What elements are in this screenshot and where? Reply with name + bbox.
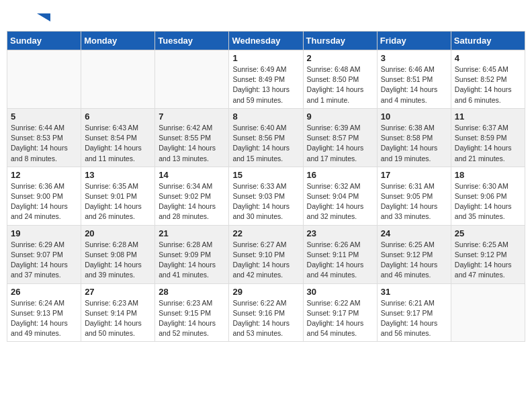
day-info: Sunrise: 6:23 AMSunset: 9:15 PMDaylight:… <box>159 298 225 339</box>
day-number: 13 <box>85 170 151 180</box>
calendar-cell: 13Sunrise: 6:35 AMSunset: 9:01 PMDayligh… <box>81 167 155 225</box>
day-number: 2 <box>307 53 373 63</box>
day-info: Sunrise: 6:29 AMSunset: 9:07 PMDaylight:… <box>11 240 77 281</box>
calendar-cell: 17Sunrise: 6:31 AMSunset: 9:05 PMDayligh… <box>377 167 451 225</box>
day-number: 15 <box>232 170 299 180</box>
day-info: Sunrise: 6:23 AMSunset: 9:14 PMDaylight:… <box>85 298 151 339</box>
page-header <box>7 7 525 27</box>
calendar-cell: 27Sunrise: 6:23 AMSunset: 9:14 PMDayligh… <box>81 283 155 342</box>
day-info: Sunrise: 6:46 AMSunset: 8:51 PMDaylight:… <box>381 64 447 105</box>
day-number: 3 <box>381 53 447 63</box>
calendar-cell <box>155 50 229 109</box>
day-number: 27 <box>85 287 151 297</box>
day-info: Sunrise: 6:24 AMSunset: 9:13 PMDaylight:… <box>11 298 77 339</box>
day-info: Sunrise: 6:44 AMSunset: 8:53 PMDaylight:… <box>11 123 77 164</box>
calendar-week-row: 19Sunrise: 6:29 AMSunset: 9:07 PMDayligh… <box>7 225 525 283</box>
day-info: Sunrise: 6:35 AMSunset: 9:01 PMDaylight:… <box>85 181 151 222</box>
day-number: 4 <box>455 53 521 63</box>
day-info: Sunrise: 6:26 AMSunset: 9:11 PMDaylight:… <box>307 240 373 281</box>
day-info: Sunrise: 6:22 AMSunset: 9:17 PMDaylight:… <box>307 298 373 339</box>
calendar-week-row: 26Sunrise: 6:24 AMSunset: 9:13 PMDayligh… <box>7 283 525 342</box>
day-info: Sunrise: 6:31 AMSunset: 9:05 PMDaylight:… <box>381 181 447 222</box>
calendar-day-header: Tuesday <box>155 32 229 50</box>
day-info: Sunrise: 6:42 AMSunset: 8:55 PMDaylight:… <box>159 123 225 164</box>
calendar-cell: 26Sunrise: 6:24 AMSunset: 9:13 PMDayligh… <box>7 283 81 342</box>
calendar-day-header: Wednesday <box>229 32 303 50</box>
day-number: 16 <box>307 170 373 180</box>
logo-icon <box>13 13 50 21</box>
day-number: 24 <box>381 228 447 238</box>
day-info: Sunrise: 6:25 AMSunset: 9:12 PMDaylight:… <box>455 240 521 281</box>
calendar-cell: 30Sunrise: 6:22 AMSunset: 9:17 PMDayligh… <box>303 283 377 342</box>
day-number: 9 <box>307 111 373 122</box>
day-number: 8 <box>232 111 299 122</box>
calendar-week-row: 1Sunrise: 6:49 AMSunset: 8:49 PMDaylight… <box>7 50 525 109</box>
day-number: 28 <box>159 287 225 297</box>
day-info: Sunrise: 6:32 AMSunset: 9:04 PMDaylight:… <box>307 181 373 222</box>
day-number: 25 <box>455 228 521 238</box>
calendar-cell: 1Sunrise: 6:49 AMSunset: 8:49 PMDaylight… <box>229 50 303 109</box>
calendar-cell: 21Sunrise: 6:28 AMSunset: 9:09 PMDayligh… <box>155 225 229 283</box>
calendar-cell: 24Sunrise: 6:25 AMSunset: 9:12 PMDayligh… <box>377 225 451 283</box>
day-number: 11 <box>455 111 521 122</box>
calendar-cell: 29Sunrise: 6:22 AMSunset: 9:16 PMDayligh… <box>229 283 303 342</box>
day-number: 26 <box>11 287 77 297</box>
day-info: Sunrise: 6:25 AMSunset: 9:12 PMDaylight:… <box>381 240 447 281</box>
calendar-cell: 22Sunrise: 6:27 AMSunset: 9:10 PMDayligh… <box>229 225 303 283</box>
calendar-cell: 11Sunrise: 6:37 AMSunset: 8:59 PMDayligh… <box>451 108 525 167</box>
day-info: Sunrise: 6:27 AMSunset: 9:10 PMDaylight:… <box>232 240 299 281</box>
logo <box>13 12 50 24</box>
day-info: Sunrise: 6:39 AMSunset: 8:57 PMDaylight:… <box>307 123 373 164</box>
calendar-cell: 18Sunrise: 6:30 AMSunset: 9:06 PMDayligh… <box>451 167 525 225</box>
calendar-cell: 8Sunrise: 6:40 AMSunset: 8:56 PMDaylight… <box>229 108 303 167</box>
day-number: 20 <box>85 228 151 238</box>
calendar-cell: 31Sunrise: 6:21 AMSunset: 9:17 PMDayligh… <box>377 283 451 342</box>
calendar-cell: 28Sunrise: 6:23 AMSunset: 9:15 PMDayligh… <box>155 283 229 342</box>
day-info: Sunrise: 6:37 AMSunset: 8:59 PMDaylight:… <box>455 123 521 164</box>
day-number: 5 <box>11 111 77 122</box>
day-info: Sunrise: 6:28 AMSunset: 9:08 PMDaylight:… <box>85 240 151 281</box>
day-number: 10 <box>381 111 447 122</box>
day-info: Sunrise: 6:38 AMSunset: 8:58 PMDaylight:… <box>381 123 447 164</box>
calendar-cell: 6Sunrise: 6:43 AMSunset: 8:54 PMDaylight… <box>81 108 155 167</box>
day-info: Sunrise: 6:43 AMSunset: 8:54 PMDaylight:… <box>85 123 151 164</box>
calendar-cell: 2Sunrise: 6:48 AMSunset: 8:50 PMDaylight… <box>303 50 377 109</box>
calendar-week-row: 12Sunrise: 6:36 AMSunset: 9:00 PMDayligh… <box>7 167 525 225</box>
day-info: Sunrise: 6:33 AMSunset: 9:03 PMDaylight:… <box>232 181 299 222</box>
calendar-cell: 25Sunrise: 6:25 AMSunset: 9:12 PMDayligh… <box>451 225 525 283</box>
day-info: Sunrise: 6:49 AMSunset: 8:49 PMDaylight:… <box>232 64 299 105</box>
calendar-table: SundayMondayTuesdayWednesdayThursdayFrid… <box>7 31 525 342</box>
day-number: 7 <box>159 111 225 122</box>
day-info: Sunrise: 6:28 AMSunset: 9:09 PMDaylight:… <box>159 240 225 281</box>
day-number: 29 <box>232 287 299 297</box>
calendar-cell: 5Sunrise: 6:44 AMSunset: 8:53 PMDaylight… <box>7 108 81 167</box>
calendar-cell: 19Sunrise: 6:29 AMSunset: 9:07 PMDayligh… <box>7 225 81 283</box>
day-number: 1 <box>232 53 299 63</box>
day-number: 30 <box>307 287 373 297</box>
day-info: Sunrise: 6:21 AMSunset: 9:17 PMDaylight:… <box>381 298 447 339</box>
day-number: 6 <box>85 111 151 122</box>
calendar-day-header: Friday <box>377 32 451 50</box>
day-number: 12 <box>11 170 77 180</box>
day-number: 18 <box>455 170 521 180</box>
calendar-cell: 10Sunrise: 6:38 AMSunset: 8:58 PMDayligh… <box>377 108 451 167</box>
day-number: 14 <box>159 170 225 180</box>
calendar-cell: 15Sunrise: 6:33 AMSunset: 9:03 PMDayligh… <box>229 167 303 225</box>
calendar-cell <box>451 283 525 342</box>
calendar-cell: 9Sunrise: 6:39 AMSunset: 8:57 PMDaylight… <box>303 108 377 167</box>
day-info: Sunrise: 6:45 AMSunset: 8:52 PMDaylight:… <box>455 64 521 105</box>
day-info: Sunrise: 6:22 AMSunset: 9:16 PMDaylight:… <box>232 298 299 339</box>
calendar-body: 1Sunrise: 6:49 AMSunset: 8:49 PMDaylight… <box>7 50 525 342</box>
day-number: 22 <box>232 228 299 238</box>
calendar-cell: 23Sunrise: 6:26 AMSunset: 9:11 PMDayligh… <box>303 225 377 283</box>
day-number: 17 <box>381 170 447 180</box>
day-info: Sunrise: 6:48 AMSunset: 8:50 PMDaylight:… <box>307 64 373 105</box>
day-number: 21 <box>159 228 225 238</box>
day-number: 31 <box>381 287 447 297</box>
calendar-cell: 14Sunrise: 6:34 AMSunset: 9:02 PMDayligh… <box>155 167 229 225</box>
calendar-day-header: Saturday <box>451 32 525 50</box>
day-info: Sunrise: 6:34 AMSunset: 9:02 PMDaylight:… <box>159 181 225 222</box>
calendar-day-header: Thursday <box>303 32 377 50</box>
calendar-cell <box>81 50 155 109</box>
calendar-cell: 16Sunrise: 6:32 AMSunset: 9:04 PMDayligh… <box>303 167 377 225</box>
